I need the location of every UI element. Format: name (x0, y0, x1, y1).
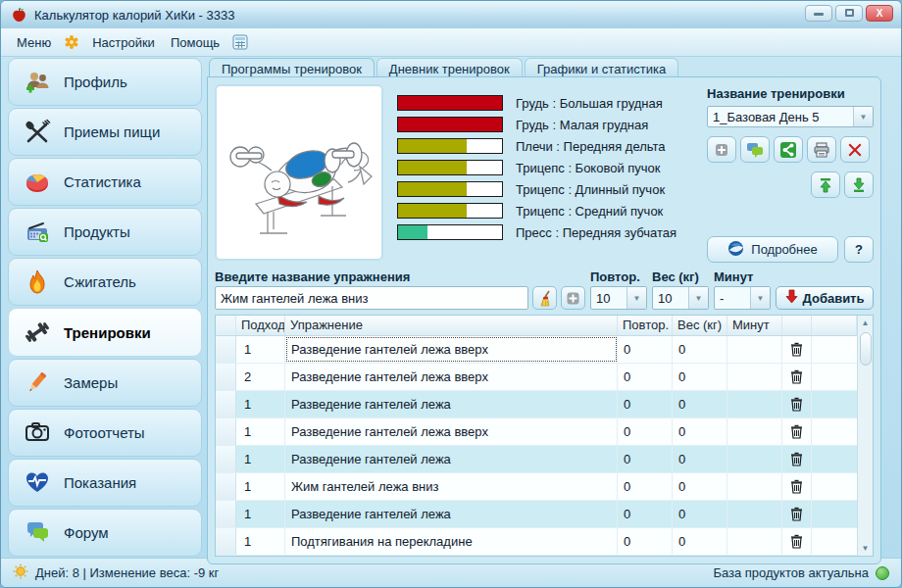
muscle-row: Грудь : Большая грудная (397, 92, 703, 114)
muscle-label: Плечи : Передняя дельта (516, 139, 666, 154)
delete-row-button[interactable] (782, 501, 812, 527)
training-name-select[interactable]: 1_Базовая День 5 ▼ (707, 106, 874, 127)
clear-broom-button[interactable] (532, 286, 557, 310)
sidebar-item-workouts[interactable]: Тренировки (8, 308, 202, 356)
calculator-grid-icon[interactable] (231, 33, 249, 51)
share-button[interactable] (774, 136, 803, 163)
header-selector (216, 316, 236, 335)
delete-row-button[interactable] (782, 528, 812, 555)
exercise-name-controls (215, 286, 585, 310)
details-button-label: Подробнее (751, 242, 817, 257)
table-row[interactable]: 1 Разведение гантелей лежа вверх 0 0 (216, 418, 857, 446)
table-row[interactable]: 1 Подтягивания на перекладине 0 0 (216, 528, 857, 556)
sidebar-item-statistics[interactable]: Статистика (8, 158, 202, 206)
menu-item-menu[interactable]: Меню (13, 33, 55, 52)
menu-bar: Меню Настройки Помощь (1, 28, 901, 57)
sidebar-item-measurements[interactable]: Замеры (8, 359, 202, 407)
table-scrollbar[interactable]: ▲ ▼ (857, 316, 873, 556)
cell-set: 1 (236, 336, 285, 363)
delete-row-button[interactable] (782, 446, 812, 472)
camera-icon (23, 417, 52, 447)
exercise-name-input[interactable] (215, 286, 528, 310)
minimize-button[interactable] (805, 5, 832, 22)
header-exercise[interactable]: Упражнение (285, 316, 618, 335)
details-row: Подробнее ? (707, 236, 874, 265)
cell-weight: 0 (673, 364, 727, 390)
cell-reps: 0 (618, 528, 673, 555)
sidebar-item-label: Замеры (64, 374, 118, 391)
sidebar-item-meals[interactable]: Приемы пищи (8, 108, 202, 156)
table-row[interactable]: 1 Разведение гантелей лежа 0 0 (216, 446, 857, 473)
delete-row-button[interactable] (782, 336, 812, 363)
menu-item-settings[interactable]: Настройки (88, 33, 159, 52)
chevron-down-icon[interactable]: ▼ (750, 287, 770, 309)
export-down-arrow-button[interactable] (844, 172, 874, 198)
cell-minutes (727, 528, 782, 555)
tab-charts-statistics[interactable]: Графики и статистика (525, 58, 679, 76)
sidebar-item-burner[interactable]: Сжигатель (8, 258, 202, 306)
sidebar-item-readings[interactable]: Показания (8, 459, 202, 507)
import-up-arrow-button[interactable] (811, 172, 840, 198)
table-row[interactable]: 1 Разведение гантелей лежа 0 0 (216, 501, 857, 528)
gear-icon (63, 33, 80, 51)
details-button[interactable]: Подробнее (707, 236, 838, 263)
delete-row-button[interactable] (782, 418, 812, 445)
table-row[interactable]: 1 Жим гантелей лежа вниз 0 0 (216, 473, 857, 501)
table-row[interactable]: 1 Разведение гантелей лежа 0 0 (216, 391, 857, 418)
weight-select[interactable]: 10▼ (652, 286, 709, 310)
print-button[interactable] (807, 136, 836, 163)
delete-row-button[interactable] (782, 391, 812, 417)
add-exercise-section: Введите название упражнения Повтор. Вес … (215, 269, 874, 310)
cell-minutes (727, 418, 782, 445)
sidebar-item-products[interactable]: Продукты (8, 208, 202, 256)
training-toolbar (707, 136, 874, 163)
add-button[interactable]: Добавить (776, 286, 874, 310)
sidebar-item-label: Приемы пищи (64, 123, 160, 140)
tab-training-programs[interactable]: Программы тренировок (209, 58, 375, 76)
cell-minutes (727, 446, 782, 472)
muscle-row: Грудь : Малая грудная (397, 114, 703, 135)
scroll-thumb[interactable] (860, 332, 872, 366)
exercise-illustration (215, 84, 383, 261)
sidebar-item-profile[interactable]: Профиль (8, 58, 202, 106)
cell-exercise: Разведение гантелей лежа (285, 501, 618, 527)
close-button[interactable]: X (866, 5, 893, 22)
products-basket-icon (23, 218, 52, 247)
chevron-down-icon[interactable]: ▼ (688, 287, 708, 309)
header-minutes[interactable]: Минут (727, 316, 782, 335)
muscle-load-list: Грудь : Большая грудная Грудь : Малая гр… (383, 84, 707, 265)
tab-training-diary[interactable]: Дневник тренировок (376, 58, 523, 76)
sidebar-item-label: Показания (64, 474, 136, 491)
delete-row-button[interactable] (782, 473, 812, 500)
scroll-up-arrow[interactable]: ▲ (859, 316, 873, 330)
table-row[interactable]: 1 Разведение гантелей лежа вверх 0 0 (216, 336, 857, 364)
add-exercise-plus-button[interactable] (561, 286, 585, 310)
forum-chat-icon (23, 517, 52, 547)
menu-item-help[interactable]: Помощь (167, 33, 224, 52)
training-name-value: 1_Базовая День 5 (708, 110, 853, 124)
cell-filler (812, 336, 857, 363)
sidebar-item-photo-reports[interactable]: Фотоотчеты (8, 409, 202, 457)
muscle-bar (397, 203, 503, 219)
comments-button[interactable] (740, 136, 770, 163)
delete-row-button[interactable] (782, 364, 812, 390)
cell-weight: 0 (673, 418, 727, 445)
reps-select[interactable]: 10▼ (590, 286, 647, 310)
table-row[interactable]: 2 Разведение гантелей лежа вверх 0 0 (216, 364, 857, 391)
muscle-bar (397, 181, 503, 197)
maximize-button[interactable] (835, 5, 863, 22)
chevron-down-icon[interactable]: ▼ (626, 287, 646, 309)
exercise-name-label: Введите название упражнения (215, 269, 585, 286)
delete-training-button[interactable] (840, 136, 870, 163)
chevron-down-icon[interactable]: ▼ (853, 107, 873, 126)
help-button[interactable]: ? (844, 236, 874, 263)
cell-exercise: Разведение гантелей лежа вверх (285, 364, 618, 390)
add-training-button[interactable] (707, 136, 736, 163)
header-reps[interactable]: Повтор. (618, 316, 673, 335)
header-set[interactable]: Подход (236, 316, 285, 335)
minutes-select[interactable]: -▼ (714, 286, 771, 310)
header-weight[interactable]: Вес (кг) (673, 316, 727, 335)
cell-filler (812, 528, 857, 555)
sidebar-item-forum[interactable]: Форум (8, 509, 202, 557)
scroll-down-arrow[interactable]: ▼ (859, 541, 873, 556)
